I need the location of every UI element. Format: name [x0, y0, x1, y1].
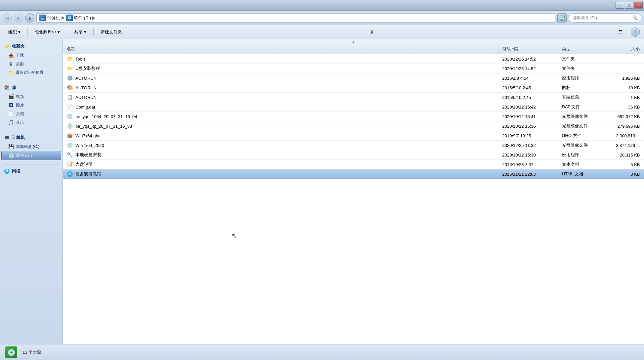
d-drive-icon: 💿 — [8, 153, 14, 158]
file-size-cell: 36 KB — [604, 102, 644, 112]
file-type-cell: HTML 文档 — [558, 169, 604, 179]
file-size-cell: 2,900,813 ... — [604, 131, 644, 141]
recent-label: 最近访问的位置 — [16, 70, 44, 75]
file-date-cell: 2020/10/12 15:41 — [498, 112, 558, 121]
file-date-cell: 2020/12/25 11:32 — [498, 141, 558, 150]
toolbar: 组织 ▾ 包含到库中 ▾ 共享 ▾ 新建文件夹 ⊞ ☰ ? — [0, 25, 644, 39]
download-label: 下载 — [16, 53, 24, 58]
close-button[interactable]: ✕ — [634, 2, 643, 9]
main-area: ⭐ 收藏夹 📥 下载 🖥 桌面 📁 最近访问的位置 📚 库 — [0, 39, 644, 344]
sidebar-item-video[interactable]: 🎬 视频 — [1, 92, 61, 101]
minimize-button[interactable]: － — [616, 2, 624, 9]
sidebar-item-download[interactable]: 📥 下载 — [1, 51, 61, 60]
sidebar-item-c-drive[interactable]: 💾 本地磁盘 (C:) — [1, 142, 61, 151]
back-button[interactable]: ◀ — [3, 13, 12, 22]
video-label: 视频 — [16, 94, 24, 100]
sidebar-div3 — [3, 164, 60, 164]
computer-header[interactable]: 💻 计算机 — [1, 133, 61, 142]
sidebar-div2 — [3, 131, 60, 131]
file-type-cell: 文件夹 — [558, 64, 604, 73]
c-drive-icon: 💾 — [8, 144, 14, 150]
file-name-cell: 📦 Win7x64.gho — [63, 131, 498, 141]
library-header[interactable]: 📚 库 — [1, 83, 61, 92]
table-row[interactable]: 🔧 本地硬盘安装 2020/10/12 15:30 应用程序 28,315 KB — [63, 150, 644, 160]
file-type-cell: 光盘映像文件 — [558, 121, 604, 131]
organize-button[interactable]: 组织 ▾ — [4, 27, 25, 37]
col-name[interactable]: 名称 — [63, 44, 498, 54]
status-count: 13 个对象 — [22, 349, 41, 355]
path-sep2: ▶ — [92, 15, 96, 20]
address-bar: ◀ ▶ ▲ 💻 计算机 ▶ 💿 软件 (D:) ▶ 🔄 🔍 — [0, 11, 644, 25]
col-type[interactable]: 类型 — [558, 44, 604, 54]
file-type-cell: GHO 文件 — [558, 131, 604, 141]
recent-icon: 📁 — [8, 69, 14, 75]
network-label: 网络 — [12, 168, 21, 174]
sidebar-item-d-drive[interactable]: 💿 软件 (D:) — [1, 151, 61, 160]
view-details-button[interactable]: ☰ — [616, 27, 625, 37]
library-section: 📚 库 🎬 视频 🖼 图片 📄 文档 🎵 音乐 — [1, 83, 61, 127]
toolbar-sep4 — [628, 28, 628, 36]
file-date-cell: 2015/5/10 2:45 — [498, 83, 558, 93]
sidebar: ⭐ 收藏夹 📥 下载 🖥 桌面 📁 最近访问的位置 📚 库 — [0, 39, 63, 344]
table-row[interactable]: 💿 Win7x64_2020 2020/12/25 11:32 光盘映像文件 3… — [63, 141, 644, 150]
include-library-button[interactable]: 包含到库中 ▾ — [30, 27, 64, 37]
pictures-icon: 🖼 — [8, 102, 14, 108]
sidebar-item-documents[interactable]: 📄 文档 — [1, 110, 61, 118]
refresh-button[interactable]: 🔄 — [557, 13, 567, 22]
include-label: 包含到库中 — [35, 29, 56, 35]
desktop-label: 桌面 — [16, 61, 24, 67]
favorites-header[interactable]: ⭐ 收藏夹 — [1, 42, 61, 51]
help-button[interactable]: ? — [631, 27, 640, 37]
share-button[interactable]: 共享 ▾ — [70, 27, 91, 37]
status-bar: 💿 13 个对象 — [0, 344, 644, 360]
sidebar-item-desktop[interactable]: 🖥 桌面 — [1, 60, 61, 68]
file-icon: 📝 — [67, 161, 73, 167]
file-icon: 🔧 — [67, 152, 73, 158]
new-folder-label: 新建文件夹 — [101, 29, 122, 35]
status-icon: 💿 — [5, 346, 17, 358]
file-size-cell: 3,874,126 ... — [604, 141, 644, 150]
file-size-cell: 279,696 KB — [604, 121, 644, 131]
window-controls: － □ ✕ — [616, 2, 643, 9]
include-arrow: ▾ — [58, 29, 60, 34]
view-toggle-button[interactable]: ⊞ — [366, 27, 376, 37]
address-path[interactable]: 💻 计算机 ▶ 💿 软件 (D:) ▶ — [36, 13, 555, 22]
file-size-cell: 10 KB — [604, 83, 644, 93]
table-row[interactable]: 📁 Tools 2020/12/25 14:52 文件夹 — [63, 54, 644, 64]
file-date-cell: 2020/10/12 15:42 — [498, 102, 558, 112]
file-name-cell: 📁 Tools — [63, 54, 498, 64]
col-date[interactable]: 修改日期 — [498, 44, 558, 54]
file-name-cell: 📝 光盘说明 — [63, 160, 498, 169]
search-box[interactable]: 🔍 — [569, 13, 641, 22]
table-row[interactable]: 📦 Win7x64.gho 2019/9/7 19:25 GHO 文件 2,90… — [63, 131, 644, 141]
table-row[interactable]: 📄 Config.dat 2020/10/12 15:42 DAT 文件 36 … — [63, 102, 644, 112]
sidebar-item-music[interactable]: 🎵 音乐 — [1, 118, 61, 127]
file-icon: 💿 — [67, 113, 73, 119]
file-name-cell: 💿 pe_yqs_1064_20_07_31_16_04 — [63, 112, 498, 121]
sidebar-item-pictures[interactable]: 🖼 图片 — [1, 101, 61, 110]
network-header[interactable]: 🌐 网络 — [1, 166, 61, 176]
search-input[interactable] — [572, 16, 631, 20]
forward-button[interactable]: ▶ — [14, 13, 23, 22]
file-icon: 🎨 — [67, 85, 73, 91]
table-row[interactable]: ⚙️ AUTORUN 2016/1/8 4:54 应用程序 1,926 KB — [63, 73, 644, 83]
table-row[interactable]: 💿 pe_yqs_1064_20_07_31_16_04 2020/10/12 … — [63, 112, 644, 121]
table-row[interactable]: 🎨 AUTORUN 2015/5/10 2:45 图标 10 KB — [63, 83, 644, 93]
table-row[interactable]: 📋 AUTORUN 2015/5/10 2:45 安装信息 1 KB — [63, 93, 644, 102]
scroll-up-arrow[interactable]: ▲ — [63, 39, 644, 44]
d-drive-label: 软件 (D:) — [16, 153, 32, 158]
file-name-label: Win7x64_2020 — [75, 143, 104, 148]
table-row[interactable]: 📁 U盘安装教程 2020/12/25 14:52 文件夹 — [63, 64, 644, 73]
file-date-cell: 2016/1/8 4:54 — [498, 73, 558, 83]
new-folder-button[interactable]: 新建文件夹 — [96, 27, 126, 37]
table-row[interactable]: 🌐 硬盘安装教程 2016/11/21 22:03 HTML 文档 3 KB — [63, 169, 644, 179]
sidebar-item-recent[interactable]: 📁 最近访问的位置 — [1, 68, 61, 77]
file-name-label: 硬盘安装教程 — [75, 171, 101, 177]
table-row[interactable]: 💿 pe_yqs_xp_20_07_31_15_53 2020/10/12 15… — [63, 121, 644, 131]
maximize-button[interactable]: □ — [625, 2, 633, 9]
file-type-cell: DAT 文件 — [558, 102, 604, 112]
up-button[interactable]: ▲ — [25, 13, 34, 22]
file-name-label: U盘安装教程 — [75, 66, 100, 71]
table-row[interactable]: 📝 光盘说明 2016/10/23 7:07 文本文档 5 KB — [63, 160, 644, 169]
col-size[interactable]: 大小 — [604, 44, 644, 54]
